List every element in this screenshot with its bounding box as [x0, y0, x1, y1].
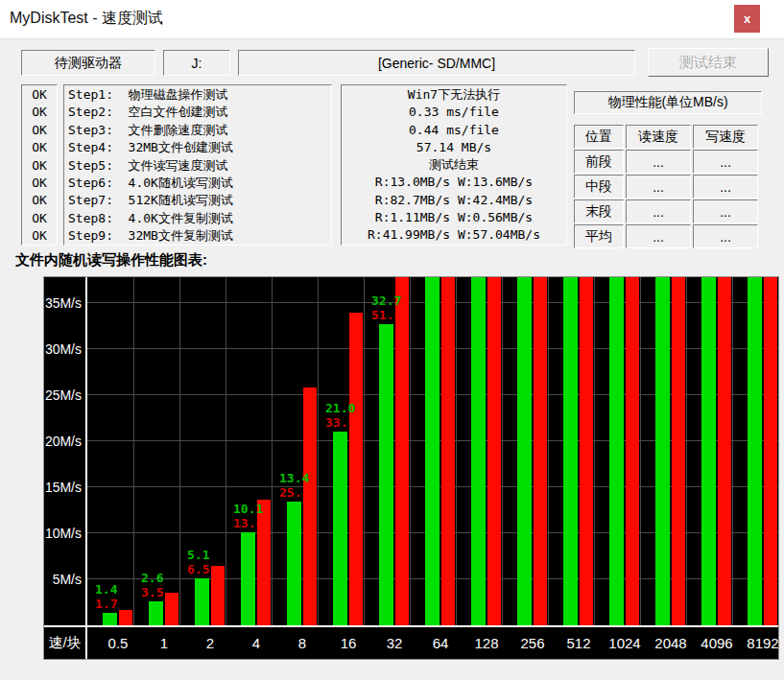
bar-read-64	[425, 277, 440, 625]
step-item: Step4: 32MB文件创建测试	[68, 139, 331, 156]
chart-x-axis: 速/块 0.5124816326412825651210242048409681…	[44, 625, 778, 659]
step-status: OK	[22, 157, 57, 175]
bar-read-4096	[701, 277, 716, 625]
bar-write-0.5	[119, 610, 132, 625]
bar-value-read: 10.1	[233, 502, 263, 516]
bar-read-8192	[748, 277, 762, 625]
summary-line: 0.33 ms/file	[342, 104, 566, 121]
y-tick-label: 10M/s	[44, 525, 82, 542]
bar-write-2	[211, 566, 225, 625]
bar-write-256	[534, 277, 547, 625]
row-label: 平均	[574, 224, 624, 248]
x-tick-label: 8192	[740, 627, 784, 659]
x-tick-label: 256	[510, 627, 556, 659]
bar-value-write: 1.7	[95, 597, 117, 611]
bar-value-write: 6.5	[187, 562, 209, 576]
summary-line: 测试结束	[342, 156, 566, 174]
bar-value-read: 2.6	[141, 571, 163, 585]
write-value: ...	[693, 175, 758, 199]
drive-letter-field[interactable]: J:	[163, 50, 230, 76]
gridline-vertical	[272, 277, 273, 625]
close-icon[interactable]: x	[734, 5, 760, 33]
x-tick-label: 1024	[602, 627, 648, 659]
step-status: OK	[22, 175, 57, 192]
bar-write-128	[487, 277, 501, 625]
x-tick-label: 2	[187, 627, 233, 659]
col-header-position: 位置	[574, 125, 624, 149]
bar-read-1	[149, 601, 163, 625]
step-status: OK	[22, 210, 57, 227]
gridline-vertical	[456, 277, 457, 625]
read-value: ...	[626, 175, 691, 199]
result-summary-panel: Win7下无法执行 0.33 ms/file 0.44 ms/file 57.1…	[341, 84, 567, 246]
bar-write-2048	[672, 277, 685, 625]
row-label: 前段	[574, 150, 624, 174]
gridline-vertical	[133, 277, 134, 625]
bar-value-read: 21.0	[325, 401, 355, 415]
step-status: OK	[22, 227, 57, 245]
physical-performance-table: 位置 读速度 写速度 前段 ... ... 中段 ... ... 末段 ... …	[574, 125, 762, 246]
step-item: Step8: 4.0K文件复制测试	[68, 210, 331, 227]
gridline-vertical	[686, 277, 687, 625]
x-tick-label: 64	[417, 627, 463, 659]
bar-read-256	[517, 277, 532, 625]
bar-read-0.5	[103, 613, 117, 625]
step-item: Step3: 文件删除速度测试	[68, 122, 331, 139]
gridline-vertical	[410, 277, 411, 625]
gridline-vertical	[640, 277, 641, 625]
x-tick-label: 16	[325, 627, 371, 659]
bar-read-8	[287, 502, 301, 625]
step-status: OK	[22, 104, 57, 121]
window-title: MyDiskTest - 速度测试	[10, 9, 163, 29]
bar-write-4096	[718, 277, 731, 625]
y-tick-label: 5M/s	[44, 571, 82, 588]
x-tick-label: 2048	[648, 627, 694, 659]
y-tick-label: 15M/s	[44, 479, 82, 496]
step-list: Step1: 物理磁盘操作测试 Step2: 空白文件创建测试 Step3: 文…	[63, 84, 332, 246]
row-label: 末段	[574, 199, 624, 223]
bar-value-read: 5.1	[187, 548, 209, 562]
step-status: OK	[22, 139, 57, 156]
x-tick-label: 4096	[694, 627, 740, 659]
bar-write-64	[441, 277, 455, 625]
step-item: Step2: 空白文件创建测试	[68, 104, 331, 121]
summary-line: 0.44 ms/file	[342, 122, 566, 139]
step-item: Step1: 物理磁盘操作测试	[68, 86, 331, 104]
step-item: Step7: 512K随机读写测试	[68, 192, 331, 209]
read-value: ...	[626, 224, 691, 248]
step-item: Step9: 32MB文件复制测试	[68, 227, 331, 245]
y-tick-label: 30M/s	[44, 340, 82, 358]
y-tick-label: 35M/s	[44, 294, 82, 312]
read-value: ...	[626, 199, 691, 223]
x-tick-label: 8	[279, 627, 325, 659]
bar-value-read: 32.7	[371, 293, 401, 308]
bar-write-512	[580, 277, 593, 625]
summary-line: R:13.0MB/s W:13.6MB/s	[342, 174, 566, 191]
x-tick-label: 1	[141, 627, 187, 659]
bar-value-read: 1.4	[95, 582, 117, 597]
read-value: ...	[626, 150, 691, 174]
gridline-vertical	[318, 277, 319, 625]
bar-read-4	[241, 532, 255, 625]
bar-write-32	[395, 277, 409, 625]
gridline-vertical	[732, 277, 733, 625]
summary-line: 57.14 MB/s	[342, 139, 566, 156]
test-finish-button[interactable]: 测试结束	[648, 48, 769, 77]
bar-write-1	[165, 593, 178, 625]
physical-performance-title: 物理性能(单位MB/s)	[574, 91, 762, 114]
col-header-read-speed: 读速度	[626, 125, 691, 149]
gridline-vertical	[179, 277, 180, 625]
x-axis-corner-label: 速/块	[44, 627, 87, 659]
summary-line: R:41.99MB/s W:57.04MB/s	[342, 226, 566, 244]
summary-line: Win7下无法执行	[342, 86, 566, 104]
bar-read-128	[471, 277, 486, 625]
bar-read-16	[333, 432, 347, 625]
bar-write-8192	[764, 277, 777, 625]
write-value: ...	[693, 199, 758, 223]
x-tick-label: 4	[233, 627, 279, 659]
bar-read-512	[563, 277, 578, 625]
x-tick-label: 0.5	[95, 627, 141, 659]
performance-chart: 5M/s10M/s15M/s20M/s25M/s30M/s35M/s 1.41.…	[43, 276, 779, 660]
y-tick-label: 20M/s	[44, 433, 82, 450]
bar-value-write: 3.5	[141, 585, 163, 599]
